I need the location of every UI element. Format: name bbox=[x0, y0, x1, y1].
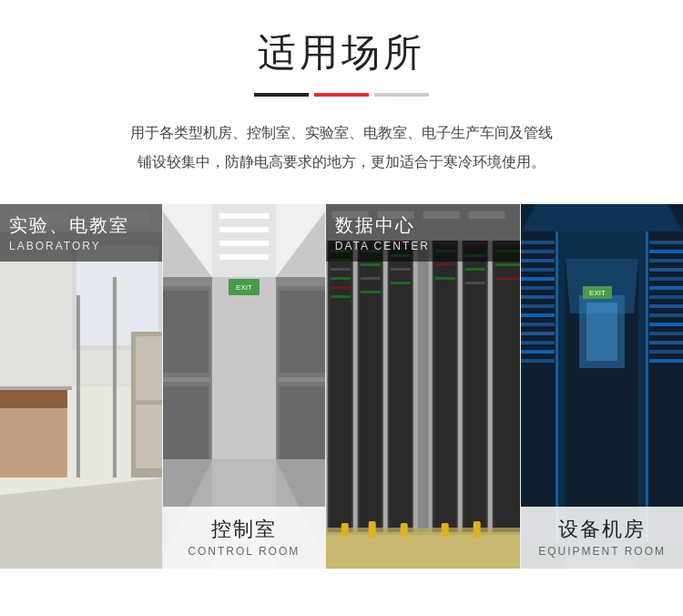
datacenter-en: DATA CENTER bbox=[335, 240, 511, 252]
svg-rect-89 bbox=[400, 523, 407, 537]
svg-rect-114 bbox=[586, 303, 617, 361]
svg-rect-60 bbox=[359, 245, 381, 528]
image-grid: 实验、电教室 LABORATORY bbox=[0, 204, 683, 569]
equipment-room-zh: 设备机房 bbox=[526, 516, 678, 543]
svg-rect-125 bbox=[649, 304, 683, 308]
svg-rect-85 bbox=[494, 277, 520, 280]
svg-rect-88 bbox=[368, 521, 375, 538]
svg-rect-91 bbox=[473, 521, 480, 538]
svg-rect-34 bbox=[280, 291, 325, 373]
svg-rect-102 bbox=[521, 295, 555, 299]
decorator-red bbox=[314, 93, 369, 97]
page-wrapper: 适用场所 用于各类型机房、控制室、实验室、电教室、电子生产车间及管线 铺设较集中… bbox=[0, 0, 683, 569]
svg-rect-68 bbox=[390, 268, 410, 271]
svg-rect-106 bbox=[521, 332, 555, 335]
svg-rect-97 bbox=[521, 250, 555, 253]
svg-rect-120 bbox=[649, 259, 683, 262]
svg-rect-14 bbox=[136, 336, 162, 400]
laboratory-en: LABORATORY bbox=[9, 240, 153, 252]
svg-rect-103 bbox=[521, 304, 555, 308]
svg-rect-96 bbox=[521, 241, 555, 244]
svg-rect-98 bbox=[521, 259, 555, 262]
svg-rect-50 bbox=[326, 532, 520, 569]
svg-text:EXIT: EXIT bbox=[589, 289, 606, 297]
svg-rect-126 bbox=[649, 313, 683, 317]
svg-rect-77 bbox=[464, 245, 485, 528]
control-room-en: CONTROL ROOM bbox=[168, 545, 320, 558]
svg-rect-124 bbox=[649, 295, 683, 299]
svg-rect-123 bbox=[649, 286, 683, 290]
svg-rect-128 bbox=[649, 332, 683, 335]
description-text: 用于各类型机房、控制室、实验室、电教室、电子生产车间及管线 铺设较集中，防静电高… bbox=[18, 118, 665, 177]
svg-rect-62 bbox=[360, 263, 380, 266]
description-line1: 用于各类型机房、控制室、实验室、电教室、电子生产车间及管线 bbox=[130, 125, 553, 140]
decorator-black bbox=[254, 93, 309, 97]
svg-rect-69 bbox=[390, 282, 410, 284]
svg-rect-105 bbox=[521, 323, 555, 326]
svg-rect-57 bbox=[330, 286, 350, 289]
svg-rect-58 bbox=[330, 295, 350, 298]
room-control: EXIT 控制室 CONTROL ROOM bbox=[162, 204, 325, 569]
header-section: 适用场所 用于各类型机房、控制室、实验室、电教室、电子生产车间及管线 铺设较集中… bbox=[0, 0, 683, 195]
svg-rect-80 bbox=[464, 282, 484, 284]
main-title: 适用场所 bbox=[18, 27, 665, 78]
svg-rect-101 bbox=[521, 286, 555, 290]
room-equipment: EXIT bbox=[520, 204, 683, 569]
svg-rect-66 bbox=[389, 245, 411, 528]
svg-rect-122 bbox=[649, 277, 683, 281]
datacenter-zh: 数据中心 bbox=[335, 213, 511, 238]
svg-rect-107 bbox=[521, 341, 555, 344]
control-room-label: 控制室 CONTROL ROOM bbox=[163, 507, 325, 569]
svg-rect-84 bbox=[494, 263, 520, 266]
laboratory-zh: 实验、电教室 bbox=[9, 213, 153, 238]
equipment-room-label: 设备机房 EQUIPMENT ROOM bbox=[521, 507, 683, 569]
svg-rect-64 bbox=[360, 291, 380, 293]
svg-rect-28 bbox=[163, 291, 209, 373]
control-room-zh: 控制室 bbox=[168, 516, 320, 543]
svg-rect-70 bbox=[417, 241, 428, 532]
svg-rect-118 bbox=[649, 241, 683, 244]
svg-rect-55 bbox=[330, 268, 350, 271]
svg-rect-104 bbox=[521, 313, 555, 317]
svg-rect-63 bbox=[360, 277, 380, 280]
svg-rect-87 bbox=[341, 523, 348, 537]
svg-rect-15 bbox=[136, 405, 162, 468]
svg-rect-17 bbox=[113, 277, 117, 477]
svg-rect-22 bbox=[219, 213, 269, 219]
svg-rect-119 bbox=[649, 250, 683, 253]
description-line2: 铺设较集中，防静电高要求的地方，更加适合于寒冷环境使用。 bbox=[138, 154, 545, 169]
room-laboratory: 实验、电教室 LABORATORY bbox=[0, 204, 162, 569]
svg-rect-82 bbox=[494, 245, 520, 528]
datacenter-label: 数据中心 DATA CENTER bbox=[326, 204, 520, 262]
svg-rect-23 bbox=[219, 227, 269, 232]
decorator-gray bbox=[374, 93, 429, 97]
svg-rect-56 bbox=[330, 277, 350, 280]
svg-rect-131 bbox=[649, 359, 683, 363]
svg-rect-86 bbox=[326, 528, 520, 535]
svg-rect-75 bbox=[434, 277, 454, 280]
svg-rect-130 bbox=[649, 350, 683, 354]
svg-rect-30 bbox=[163, 386, 209, 468]
equipment-room-en: EQUIPMENT ROOM bbox=[526, 545, 678, 558]
svg-rect-74 bbox=[434, 263, 454, 266]
svg-rect-36 bbox=[280, 386, 325, 468]
svg-rect-25 bbox=[219, 254, 269, 260]
svg-rect-79 bbox=[464, 268, 484, 271]
laboratory-label: 实验、电教室 LABORATORY bbox=[0, 204, 162, 262]
title-decorators bbox=[18, 93, 665, 97]
svg-rect-16 bbox=[76, 295, 80, 477]
room-datacenter: 数据中心 DATA CENTER bbox=[325, 204, 520, 569]
svg-rect-99 bbox=[521, 268, 555, 272]
svg-rect-72 bbox=[433, 245, 455, 528]
svg-rect-127 bbox=[649, 323, 683, 326]
svg-rect-90 bbox=[441, 523, 448, 537]
svg-text:EXIT: EXIT bbox=[236, 283, 252, 292]
svg-rect-108 bbox=[521, 350, 555, 354]
svg-rect-129 bbox=[649, 341, 683, 344]
svg-rect-5 bbox=[0, 405, 67, 477]
svg-rect-24 bbox=[219, 241, 269, 246]
svg-rect-109 bbox=[521, 359, 555, 363]
svg-rect-100 bbox=[521, 277, 555, 281]
svg-rect-121 bbox=[649, 268, 683, 272]
